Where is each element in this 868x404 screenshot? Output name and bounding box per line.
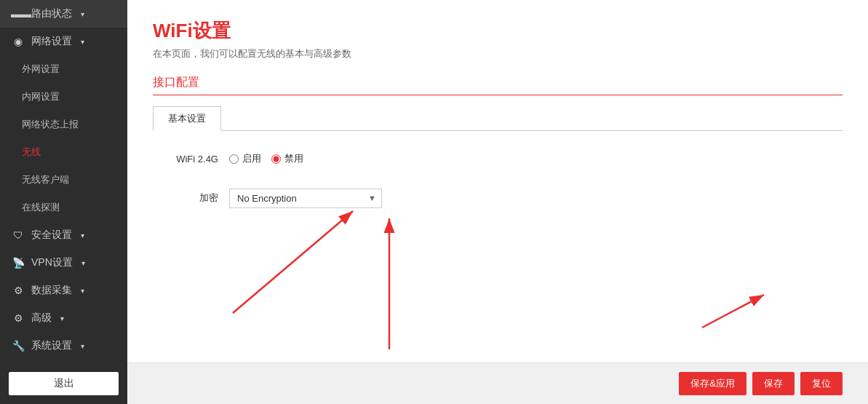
sidebar-item-label: 内网设置: [22, 90, 60, 103]
logout-button[interactable]: 退出: [9, 372, 119, 395]
tab-basic[interactable]: 基本设置: [153, 106, 221, 131]
disable-text: 禁用: [284, 152, 303, 165]
sidebar-item-label: 数据采集: [31, 284, 72, 297]
sidebar-item-label: 网络设置: [31, 35, 72, 48]
save-button[interactable]: 保存: [752, 372, 795, 395]
reset-button[interactable]: 复位: [800, 372, 843, 395]
data-icon: ⚙: [11, 285, 25, 296]
main-wrapper: WiFi设置 在本页面，我们可以配置无线的基本与高级参数 接口配置 基本设置 W…: [127, 0, 868, 404]
footer-bar: 保存&应用 保存 复位: [127, 363, 868, 404]
shield-icon: 🛡: [11, 229, 25, 241]
sidebar-item-label: 网络状态上报: [22, 118, 79, 131]
encryption-control: No Encryption WPA2-PSK WPA-PSK WPA/WPA2-…: [229, 189, 382, 208]
sidebar-item-online-probe[interactable]: 在线探测: [0, 194, 127, 221]
wifi24g-disable-label[interactable]: 禁用: [271, 152, 303, 165]
wifi24g-row: WiFi 2.4G 启用 禁用: [153, 146, 843, 172]
page-subtitle: 在本页面，我们可以配置无线的基本与高级参数: [153, 47, 843, 60]
save-apply-button[interactable]: 保存&应用: [679, 372, 746, 395]
sidebar: ▬▬ 路由状态 ▾ ◉ 网络设置 ▾ 外网设置 内网设置 网络状态上报 无线 无…: [0, 0, 127, 404]
sidebar-item-label: 系统设置: [31, 339, 72, 352]
chevron-down-icon: ▾: [81, 342, 84, 350]
sidebar-item-security-settings[interactable]: 🛡 安全设置 ▾: [0, 221, 127, 249]
wifi24g-radio-group: 启用 禁用: [229, 152, 303, 165]
sidebar-item-network-settings[interactable]: ◉ 网络设置 ▾: [0, 28, 127, 55]
logout-label: 退出: [54, 377, 74, 389]
sidebar-item-router-status[interactable]: ▬▬ 路由状态 ▾: [0, 0, 127, 28]
encryption-row: 加密 No Encryption WPA2-PSK WPA-PSK WPA/WP…: [153, 185, 843, 211]
sidebar-item-advanced[interactable]: ⚙ 高级 ▾: [0, 304, 127, 332]
main-content: WiFi设置 在本页面，我们可以配置无线的基本与高级参数 接口配置 基本设置 W…: [127, 0, 868, 404]
gear-icon: ⚙: [11, 312, 25, 324]
chevron-down-icon: ▾: [81, 231, 84, 239]
chevron-down-icon: ▾: [81, 38, 84, 46]
encryption-select[interactable]: No Encryption WPA2-PSK WPA-PSK WPA/WPA2-…: [229, 189, 382, 208]
sidebar-item-wan-settings[interactable]: 外网设置: [0, 55, 127, 83]
chevron-down-icon: ▾: [81, 10, 84, 18]
chevron-down-icon: ▾: [81, 259, 85, 267]
chevron-down-icon: ▾: [81, 287, 84, 295]
sidebar-item-label: 高级: [31, 312, 52, 325]
wifi24g-disable-radio[interactable]: [271, 154, 281, 164]
wifi24g-label: WiFi 2.4G: [153, 154, 218, 165]
wrench-icon: 🔧: [11, 340, 25, 352]
page-title: WiFi设置: [153, 18, 843, 44]
network-icon: ◉: [11, 36, 25, 47]
sidebar-item-wireless-client[interactable]: 无线客户端: [0, 166, 127, 194]
sidebar-item-label: 路由状态: [31, 7, 72, 20]
tab-basic-label: 基本设置: [168, 113, 206, 124]
chevron-down-icon: ▾: [60, 314, 64, 322]
sidebar-item-label: 在线探测: [22, 201, 60, 214]
sidebar-item-network-status[interactable]: 网络状态上报: [0, 111, 127, 138]
sidebar-item-label: 无线: [22, 146, 41, 159]
sidebar-item-label: 安全设置: [31, 229, 72, 242]
sidebar-item-vpn-settings[interactable]: 📡 VPN设置 ▾: [0, 249, 127, 277]
sidebar-item-lan-settings[interactable]: 内网设置: [0, 83, 127, 111]
sidebar-item-wireless[interactable]: 无线: [0, 138, 127, 166]
router-icon: ▬▬: [11, 8, 25, 20]
sidebar-item-label: VPN设置: [31, 256, 73, 269]
encryption-label: 加密: [153, 191, 218, 205]
wifi24g-enable-radio[interactable]: [229, 154, 239, 164]
encryption-select-wrapper: No Encryption WPA2-PSK WPA-PSK WPA/WPA2-…: [229, 189, 382, 208]
vpn-icon: 📡: [11, 257, 25, 269]
enable-text: 启用: [242, 152, 261, 165]
wifi24g-enable-label[interactable]: 启用: [229, 152, 261, 165]
section-title: 接口配置: [153, 75, 843, 95]
sidebar-item-label: 无线客户端: [22, 173, 69, 186]
sidebar-item-data-collection[interactable]: ⚙ 数据采集 ▾: [0, 277, 127, 304]
content-area: WiFi设置 在本页面，我们可以配置无线的基本与高级参数 接口配置 基本设置 W…: [127, 0, 868, 348]
sidebar-item-label: 外网设置: [22, 63, 60, 76]
sidebar-item-system-settings[interactable]: 🔧 系统设置 ▾: [0, 332, 127, 360]
tabs: 基本设置: [153, 106, 843, 131]
